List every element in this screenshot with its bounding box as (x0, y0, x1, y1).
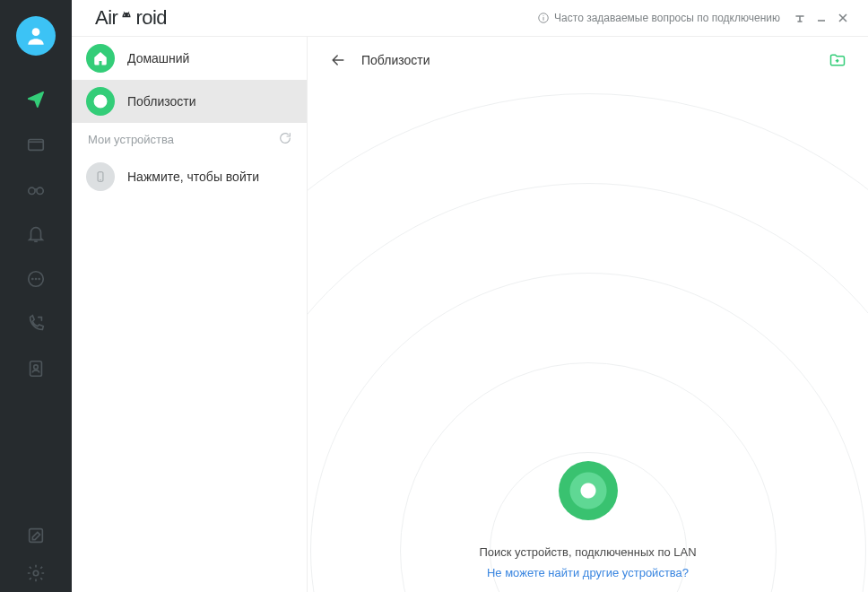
devices-section-title: Мои устройства (88, 133, 174, 146)
nav-nearby[interactable]: Поблизости (72, 80, 307, 123)
search-status: Поиск устройств, подключенных по LAN (479, 545, 696, 559)
brand-logo: Ai r roid (95, 6, 167, 30)
chat-icon (26, 269, 46, 289)
compass-icon (92, 93, 108, 109)
svg-point-0 (32, 28, 40, 36)
back-button[interactable] (326, 48, 351, 73)
rail-send[interactable] (0, 77, 72, 122)
nav-nearby-label: Поблизости (127, 94, 196, 109)
svg-point-12 (124, 14, 126, 16)
app-main: Ai r roid Часто задаваемые вопросы по по… (72, 0, 868, 592)
svg-point-13 (128, 14, 130, 16)
folder-transfer-icon (26, 135, 46, 154)
main-view: Поблизости Поиск устройств, подключенных… (308, 37, 868, 592)
rail-settings[interactable] (0, 554, 72, 592)
main-title: Поблизости (361, 53, 430, 67)
svg-point-11 (33, 570, 39, 576)
faq-label: Часто задаваемые вопросы по подключению (554, 12, 780, 24)
rail-calls[interactable] (0, 301, 72, 346)
arrow-left-icon (329, 51, 347, 69)
rail-feedback[interactable] (0, 517, 72, 554)
refresh-icon (278, 131, 292, 145)
nav-home-label: Домашний (127, 51, 189, 65)
open-folder-button[interactable] (825, 48, 850, 73)
paper-plane-icon (26, 90, 46, 109)
minimize-icon (816, 13, 827, 23)
brand-text-1: Ai (95, 6, 112, 30)
svg-rect-1 (29, 140, 44, 151)
svg-rect-10 (30, 529, 43, 543)
folder-open-icon (828, 51, 847, 69)
radar-area: Поиск устройств, подключенных по LAN Не … (308, 83, 868, 592)
svg-point-2 (29, 187, 35, 194)
devices-section-header: Мои устройства (72, 123, 307, 155)
side-panel: Домашний Поблизости Мои устройства Наж (72, 37, 308, 592)
home-icon (92, 50, 108, 66)
pin-icon (794, 13, 805, 23)
help-link[interactable]: Не можете найти другие устройства? (487, 566, 689, 579)
contacts-icon (26, 359, 46, 379)
bell-icon (26, 224, 46, 244)
close-icon (838, 13, 848, 23)
nav-home[interactable]: Домашний (72, 37, 307, 80)
close-button[interactable] (832, 7, 854, 29)
avatar-button[interactable] (16, 16, 56, 56)
user-icon (24, 24, 48, 48)
login-item[interactable]: Нажмите, чтобы войти (72, 155, 307, 198)
rail-contacts[interactable] (0, 346, 72, 391)
main-header: Поблизости (308, 37, 868, 83)
radar-center-icon (559, 461, 618, 520)
left-rail (0, 0, 72, 592)
svg-point-7 (39, 279, 39, 280)
rail-remote[interactable] (0, 167, 72, 212)
titlebar: Ai r roid Часто задаваемые вопросы по по… (72, 0, 868, 37)
pin-button[interactable] (789, 7, 811, 29)
svg-point-5 (32, 279, 33, 280)
svg-point-6 (36, 279, 37, 280)
compass-icon-wrap (86, 87, 115, 116)
faq-link[interactable]: Часто задаваемые вопросы по подключению (537, 12, 780, 24)
svg-point-3 (37, 187, 43, 194)
phone-icon-wrap (86, 162, 115, 191)
home-icon-wrap (86, 44, 115, 73)
rail-notifications[interactable] (0, 212, 72, 257)
minimize-button[interactable] (811, 7, 832, 29)
smartphone-icon (94, 169, 107, 185)
edit-icon (26, 526, 46, 545)
brand-text-4: roid (135, 6, 167, 30)
rail-files[interactable] (0, 122, 72, 167)
binoculars-icon (26, 179, 46, 199)
brand-droid-icon (118, 10, 135, 26)
brand-text-2: r (112, 6, 118, 30)
info-icon (537, 12, 550, 24)
login-label: Нажмите, чтобы войти (127, 170, 259, 184)
phone-icon (26, 314, 46, 334)
rail-messages[interactable] (0, 257, 72, 301)
svg-point-9 (34, 365, 39, 370)
refresh-button[interactable] (278, 131, 294, 147)
gear-icon (26, 563, 46, 583)
content: Домашний Поблизости Мои устройства Наж (72, 37, 868, 592)
